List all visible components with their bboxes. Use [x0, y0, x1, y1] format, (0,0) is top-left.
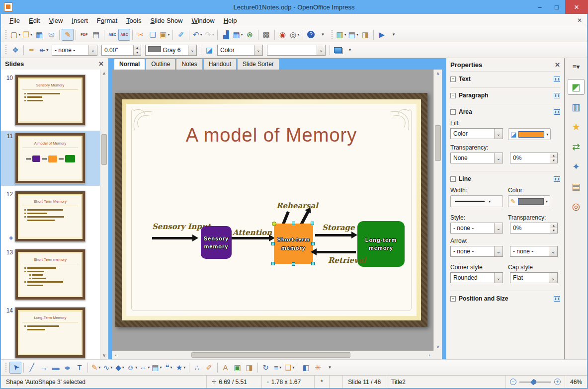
scroll-up-icon[interactable]: ∧ — [100, 70, 108, 78]
tab-properties-icon[interactable]: ◩ — [568, 79, 585, 95]
dropdown-arrow-icon[interactable]: ▾ — [279, 365, 281, 370]
minimize-button[interactable]: – — [531, 0, 548, 14]
slide-show-icon[interactable]: ▶ — [376, 29, 388, 41]
close-icon[interactable]: ✕ — [555, 61, 560, 69]
slide-design-icon[interactable]: ◨ — [359, 29, 371, 41]
close-button[interactable]: ✕ — [565, 0, 588, 14]
fill-color-button[interactable]: ◪ ▾ — [508, 128, 551, 140]
menu-tools[interactable]: Tools — [122, 15, 146, 26]
spellcheck-icon[interactable]: ABC — [106, 29, 118, 41]
slide-layout-icon[interactable]: ▤▾ — [347, 29, 359, 41]
toolbar-grip[interactable] — [331, 30, 334, 40]
menu-format[interactable]: Format — [92, 15, 122, 26]
line-width-select[interactable]: ▾ — [450, 195, 503, 207]
menu-slide-show[interactable]: Slide Show — [146, 15, 187, 26]
chevron-down-icon[interactable]: ⌄ — [188, 45, 196, 55]
copy-icon[interactable]: ❏ — [147, 29, 159, 41]
close-icon[interactable]: ✕ — [98, 60, 104, 68]
toolbar-overflow-icon[interactable]: ▾ — [344, 44, 356, 56]
selection-handle[interactable] — [311, 242, 315, 245]
zoom-out-icon[interactable]: − — [510, 379, 516, 385]
spin-down-icon[interactable]: ▾ — [134, 50, 141, 55]
presentation-overflow-icon[interactable]: ▾ — [388, 29, 400, 41]
selection-handle-rotate[interactable] — [272, 222, 276, 226]
selection-handle[interactable] — [271, 262, 275, 265]
symbol-shapes-icon[interactable]: ☺▾ — [126, 362, 138, 374]
menu-insert[interactable]: Insert — [67, 15, 92, 26]
dropdown-arrow-icon[interactable]: ▾ — [110, 365, 112, 370]
selection-handle[interactable] — [311, 222, 314, 225]
zoom-in-icon[interactable]: + — [554, 379, 561, 385]
print-icon[interactable]: ▤ — [90, 29, 102, 41]
dropdown-arrow-icon[interactable]: ▾ — [183, 365, 185, 370]
tab-handout[interactable]: Handout — [203, 59, 237, 70]
curve-tool-icon[interactable]: ✎▾ — [90, 362, 102, 374]
menu-help[interactable]: Help — [219, 15, 242, 26]
slide-title[interactable]: A model of Memory — [126, 125, 417, 146]
line-style-select[interactable]: - none - ⌄ — [52, 45, 97, 56]
fill-type-select[interactable]: Color ⌄ — [217, 45, 263, 56]
paste-icon[interactable]: ▣▾ — [159, 29, 170, 41]
menu-window[interactable]: Window — [187, 15, 219, 26]
scrollbar-thumb[interactable] — [191, 352, 350, 358]
arrow-sensory-input[interactable] — [152, 237, 193, 239]
spin-up-icon[interactable]: ▴ — [550, 153, 557, 158]
toolbar-grip[interactable] — [4, 363, 8, 373]
menu-edit[interactable]: Edit — [24, 15, 44, 26]
line-transparency-spinner[interactable]: 0% ▴▾ — [510, 223, 558, 233]
line-attributes-icon[interactable]: ✒ — [26, 44, 38, 56]
dialog-launcher-icon[interactable] — [554, 176, 560, 182]
menu-file[interactable]: File — [5, 15, 24, 26]
new-slide-icon[interactable]: ▥▾ — [336, 29, 347, 41]
collapse-icon[interactable]: − — [450, 109, 456, 115]
save-icon[interactable]: ▦ — [33, 29, 45, 41]
dialog-launcher-icon[interactable] — [554, 109, 560, 115]
label-attention[interactable]: Attention — [233, 228, 272, 237]
fontwork-icon[interactable]: A — [220, 362, 232, 374]
vertical-scrollbar[interactable]: ∧ ∨ — [433, 70, 442, 351]
zoom-percent[interactable]: 46% — [565, 379, 587, 386]
from-file-icon[interactable]: ▣ — [232, 362, 244, 374]
line-color-button[interactable]: ✎ ▾ — [508, 195, 550, 207]
interaction-icon[interactable]: ✳ — [312, 362, 324, 374]
slide-thumbnail-13[interactable]: 13Short-Term memory — [1, 247, 100, 302]
maximize-button[interactable]: □ — [548, 0, 565, 14]
fill-type-select[interactable]: Color ⌄ — [450, 128, 503, 139]
tab-gallery-icon[interactable]: ▤ — [568, 178, 585, 194]
chevron-down-icon[interactable]: ▾ — [489, 199, 491, 204]
connector-tool-icon[interactable]: ∿▾ — [102, 362, 114, 374]
tab-master-pages-icon[interactable]: ▥ — [568, 99, 585, 115]
extrusion-icon[interactable]: ◧ — [300, 362, 312, 374]
dropdown-arrow-icon[interactable]: ▾ — [344, 32, 346, 37]
tab-slide-sorter[interactable]: Slide Sorter — [237, 59, 279, 70]
selection-handle[interactable] — [311, 262, 315, 265]
edit-points-icon[interactable]: ∴ — [191, 362, 203, 374]
table-icon[interactable]: ▦▾ — [232, 29, 244, 41]
alignment-icon[interactable]: ≡▾ — [272, 362, 284, 374]
zoom-icon[interactable]: ◎▾ — [289, 29, 301, 41]
dropdown-arrow-icon[interactable]: ▾ — [122, 365, 124, 370]
chevron-down-icon[interactable]: ⌄ — [494, 246, 503, 256]
tab-normal[interactable]: Normal — [114, 59, 145, 70]
chevron-down-icon[interactable]: ⌄ — [494, 153, 503, 163]
arrow-start-select[interactable]: - none - ⌄ — [450, 246, 503, 257]
arrow-tool-icon[interactable]: → — [38, 362, 50, 374]
chevron-down-icon[interactable]: ⌄ — [549, 273, 557, 283]
slide-page[interactable]: A model of Memory Sensory Input Sensorym… — [115, 93, 427, 327]
stars-icon[interactable]: ★▾ — [175, 362, 187, 374]
dropdown-arrow-icon[interactable]: ▾ — [170, 365, 172, 370]
cap-style-select[interactable]: Flat ⌄ — [510, 272, 558, 283]
dropdown-arrow-icon[interactable]: ▾ — [160, 365, 162, 370]
undo-icon[interactable]: ↶▾ — [191, 29, 203, 41]
label-storage[interactable]: Storage — [322, 223, 354, 232]
scrollbar-thumb[interactable] — [435, 125, 441, 161]
chevron-down-icon[interactable]: ⌄ — [494, 273, 503, 283]
transparency-spinner[interactable]: 0% ▴▾ — [510, 153, 558, 163]
slide-canvas[interactable]: A model of Memory Sensory Input Sensorym… — [112, 70, 442, 351]
collapse-icon[interactable]: − — [450, 176, 456, 182]
tab-custom-animation-icon[interactable]: ★ — [568, 119, 585, 135]
tab-navigator-icon[interactable]: ◎ — [568, 198, 585, 214]
selection-handle[interactable] — [271, 242, 275, 245]
chevron-down-icon[interactable]: ⌄ — [88, 45, 97, 55]
selection-handle[interactable] — [292, 222, 295, 225]
